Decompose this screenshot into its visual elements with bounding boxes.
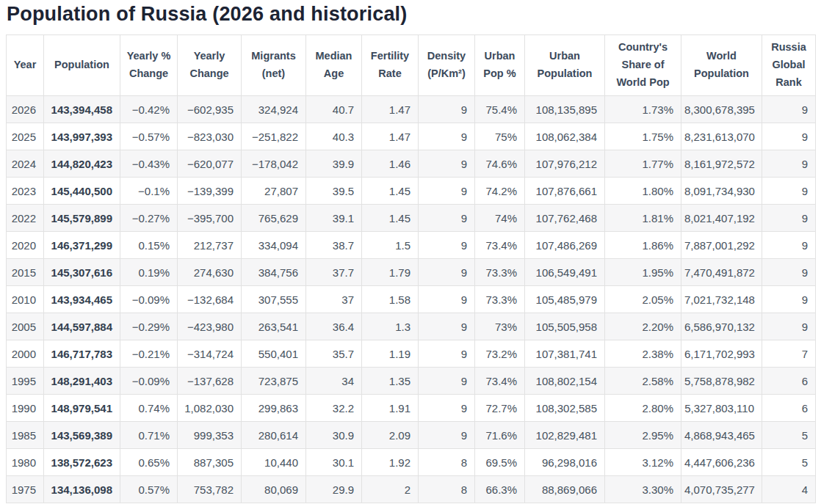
cell-yearly-pct-change: −0.1%: [120, 178, 178, 205]
cell-yearly-pct-change: −0.43%: [120, 150, 178, 178]
cell-year: 2005: [7, 313, 44, 340]
cell-country-share-world-pop: 2.95%: [605, 422, 681, 449]
column-header-year: Year: [7, 35, 44, 96]
cell-median-age: 34: [306, 368, 362, 395]
page-title: Population of Russia (2026 and historica…: [0, 0, 821, 26]
cell-median-age: 37.7: [306, 259, 362, 286]
cell-density: 8: [419, 476, 475, 503]
cell-density: 9: [419, 395, 475, 422]
column-header-population: Population: [44, 35, 120, 96]
cell-density: 9: [419, 232, 475, 259]
cell-fertility-rate: 1.5: [362, 232, 419, 259]
cell-global-rank: 9: [762, 259, 816, 286]
cell-density: 9: [419, 205, 475, 232]
cell-migrants-net: 334,094: [242, 232, 306, 259]
cell-urban-pop-pct: 73.4%: [475, 368, 525, 395]
table-body: 2026143,394,458−0.42%−602,935324,92440.7…: [7, 96, 816, 503]
cell-country-share-world-pop: 1.75%: [605, 123, 681, 150]
cell-global-rank: 9: [762, 205, 816, 232]
cell-global-rank: 9: [762, 96, 816, 123]
cell-migrants-net: 723,875: [242, 368, 306, 395]
cell-fertility-rate: 1.19: [362, 340, 419, 368]
cell-median-age: 40.7: [306, 96, 362, 123]
cell-migrants-net: 550,401: [242, 340, 306, 368]
cell-density: 9: [419, 422, 475, 449]
cell-world-population: 8,091,734,930: [681, 178, 762, 205]
cell-yearly-change: 887,305: [178, 449, 242, 476]
cell-migrants-net: 80,069: [242, 476, 306, 503]
table-row-2005: 2005144,597,884−0.29%−423,980263,54136.4…: [7, 313, 816, 340]
column-header-median-age: Median Age: [306, 35, 362, 96]
cell-global-rank: 5: [762, 449, 816, 476]
cell-fertility-rate: 1.47: [362, 96, 419, 123]
cell-global-rank: 6: [762, 368, 816, 395]
column-header-fertility-rate: Fertility Rate: [362, 35, 419, 96]
cell-year: 1980: [7, 449, 44, 476]
cell-fertility-rate: 1.3: [362, 313, 419, 340]
cell-migrants-net: −251,822: [242, 123, 306, 150]
cell-yearly-change: −423,980: [178, 313, 242, 340]
cell-country-share-world-pop: 1.73%: [605, 96, 681, 123]
table-header: YearPopulationYearly % ChangeYearly Chan…: [7, 35, 816, 96]
cell-yearly-change: −602,935: [178, 96, 242, 123]
cell-yearly-pct-change: −0.09%: [120, 368, 178, 395]
cell-yearly-change: 999,353: [178, 422, 242, 449]
column-header-country-share-world-pop: Country's Share of World Pop: [605, 35, 681, 96]
cell-yearly-pct-change: 0.74%: [120, 395, 178, 422]
cell-year: 2025: [7, 123, 44, 150]
cell-urban-pop-pct: 72.7%: [475, 395, 525, 422]
cell-global-rank: 9: [762, 150, 816, 178]
cell-urban-pop-pct: 73.4%: [475, 232, 525, 259]
cell-year: 2020: [7, 232, 44, 259]
cell-population: 146,371,299: [44, 232, 120, 259]
cell-country-share-world-pop: 1.80%: [605, 178, 681, 205]
cell-population: 143,394,458: [44, 96, 120, 123]
column-header-urban-pop-pct: Urban Pop %: [475, 35, 525, 96]
cell-fertility-rate: 2.09: [362, 422, 419, 449]
table-row-2000: 2000146,717,783−0.21%−314,724550,40135.7…: [7, 340, 816, 368]
cell-world-population: 8,161,972,572: [681, 150, 762, 178]
cell-density: 9: [419, 368, 475, 395]
cell-yearly-change: 753,782: [178, 476, 242, 503]
cell-world-population: 4,447,606,236: [681, 449, 762, 476]
cell-fertility-rate: 1.92: [362, 449, 419, 476]
cell-world-population: 7,470,491,872: [681, 259, 762, 286]
cell-median-age: 30.9: [306, 422, 362, 449]
cell-density: 8: [419, 449, 475, 476]
cell-urban-population: 96,298,016: [525, 449, 605, 476]
cell-yearly-pct-change: −0.21%: [120, 340, 178, 368]
cell-year: 2015: [7, 259, 44, 286]
cell-country-share-world-pop: 3.12%: [605, 449, 681, 476]
cell-global-rank: 9: [762, 232, 816, 259]
cell-migrants-net: 384,756: [242, 259, 306, 286]
cell-median-age: 30.1: [306, 449, 362, 476]
cell-country-share-world-pop: 1.95%: [605, 259, 681, 286]
cell-migrants-net: 280,614: [242, 422, 306, 449]
cell-global-rank: 9: [762, 313, 816, 340]
cell-migrants-net: 765,629: [242, 205, 306, 232]
cell-yearly-pct-change: 0.65%: [120, 449, 178, 476]
cell-population: 134,136,098: [44, 476, 120, 503]
cell-migrants-net: 307,555: [242, 286, 306, 313]
cell-population: 144,820,423: [44, 150, 120, 178]
cell-yearly-pct-change: −0.09%: [120, 286, 178, 313]
table-row-2025: 2025143,997,393−0.57%−823,030−251,82240.…: [7, 123, 816, 150]
cell-urban-pop-pct: 73.3%: [475, 259, 525, 286]
cell-urban-pop-pct: 69.5%: [475, 449, 525, 476]
table-row-2020: 2020146,371,2990.15%212,737334,09438.71.…: [7, 232, 816, 259]
cell-yearly-pct-change: −0.27%: [120, 205, 178, 232]
cell-yearly-pct-change: 0.57%: [120, 476, 178, 503]
column-header-yearly-pct-change: Yearly % Change: [120, 35, 178, 96]
cell-global-rank: 9: [762, 286, 816, 313]
table-row-1980: 1980138,572,6230.65%887,30510,44030.11.9…: [7, 449, 816, 476]
cell-year: 2024: [7, 150, 44, 178]
cell-median-age: 38.7: [306, 232, 362, 259]
cell-yearly-change: 212,737: [178, 232, 242, 259]
cell-urban-population: 102,829,481: [525, 422, 605, 449]
cell-median-age: 40.3: [306, 123, 362, 150]
cell-urban-population: 108,802,154: [525, 368, 605, 395]
cell-world-population: 5,758,878,982: [681, 368, 762, 395]
table-row-2010: 2010143,934,465−0.09%−132,684307,555371.…: [7, 286, 816, 313]
cell-yearly-pct-change: −0.57%: [120, 123, 178, 150]
table-header-row: YearPopulationYearly % ChangeYearly Chan…: [7, 35, 816, 96]
